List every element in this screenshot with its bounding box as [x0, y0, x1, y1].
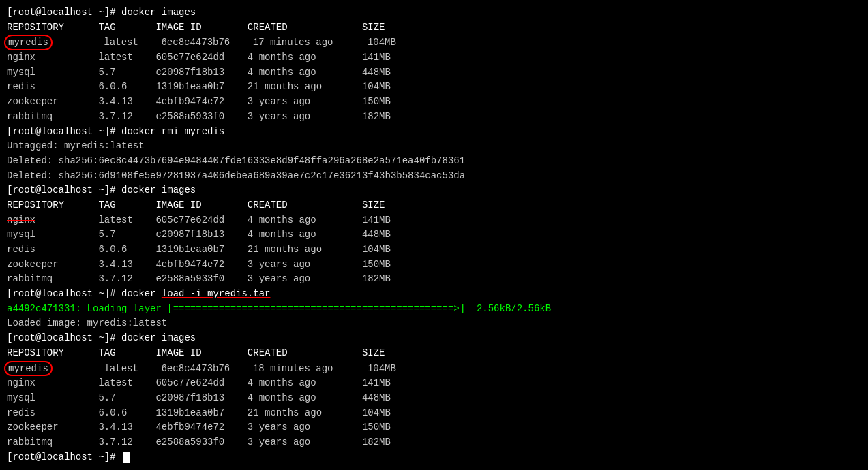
strikethrough-repo: nginx	[7, 213, 35, 228]
terminal-line: a4492c471331: Loading layer [===========…	[7, 302, 861, 317]
terminal-line: redis 6.0.6 1319b1eaa0b7 21 months ago 1…	[7, 406, 861, 421]
terminal-line: redis 6.0.6 1319b1eaa0b7 21 months ago 1…	[7, 242, 861, 257]
terminal-line: mysql 5.7 c20987f18b13 4 months ago 448M…	[7, 228, 861, 242]
terminal-line: rabbitmq 3.7.12 e2588a5933f0 3 years ago…	[7, 272, 861, 287]
terminal-line: zookeeper 3.4.13 4ebfb9474e72 3 years ag…	[7, 95, 861, 110]
terminal-line: Loaded image: myredis:latest	[7, 316, 861, 331]
terminal-line: REPOSITORY TAG IMAGE ID CREATED SIZE	[7, 20, 861, 35]
terminal-line: nginx latest 605c77e624dd 4 months ago 1…	[7, 50, 861, 65]
terminal-line: [root@localhost ~]# docker rmi myredis	[7, 125, 861, 140]
terminal-line: Deleted: sha256:6d9108fe5e97281937a406de…	[7, 169, 861, 184]
highlighted-repo: myredis	[4, 35, 53, 50]
terminal-line: rabbitmq 3.7.12 e2588a5933f0 3 years ago…	[7, 435, 861, 450]
terminal-line: zookeeper 3.4.13 4ebfb9474e72 3 years ag…	[7, 420, 861, 435]
terminal-line: Deleted: sha256:6ec8c4473b7694e9484407fd…	[7, 154, 861, 169]
terminal-line: REPOSITORY TAG IMAGE ID CREATED SIZE	[7, 198, 861, 213]
terminal-line: zookeeper 3.4.13 4ebfb9474e72 3 years ag…	[7, 257, 861, 272]
terminal-line: myredis latest 6ec8c4473b76 18 minutes a…	[7, 361, 861, 377]
terminal-line: rabbitmq 3.7.12 e2588a5933f0 3 years ago…	[7, 110, 861, 125]
terminal-line: [root@localhost ~]# docker images	[7, 5, 861, 20]
highlighted-repo: myredis	[4, 361, 53, 376]
terminal-line: [root@localhost ~]# docker load -i myred…	[7, 287, 861, 302]
progress-bar: a4492c471331: Loading layer [===========…	[7, 303, 551, 314]
terminal-line: mysql 5.7 c20987f18b13 4 months ago 448M…	[7, 391, 861, 406]
terminal-line: nginx latest 605c77e624dd 4 months ago 1…	[7, 376, 861, 391]
terminal-line: [root@localhost ~]# docker images	[7, 183, 861, 198]
terminal: [root@localhost ~]# docker imagesREPOSIT…	[7, 5, 861, 465]
terminal-line: redis 6.0.6 1319b1eaa0b7 21 months ago 1…	[7, 80, 861, 95]
terminal-line: Untagged: myredis:latest	[7, 139, 861, 154]
terminal-line: nginx latest 605c77e624dd 4 months ago 1…	[7, 213, 861, 228]
terminal-line: [root@localhost ~]# docker images	[7, 331, 861, 346]
underlined-command: load -i myredis.tar	[162, 288, 271, 299]
terminal-line: [root@localhost ~]#	[7, 450, 861, 465]
terminal-line: REPOSITORY TAG IMAGE ID CREATED SIZE	[7, 346, 861, 361]
terminal-cursor	[123, 452, 130, 463]
terminal-line: mysql 5.7 c20987f18b13 4 months ago 448M…	[7, 65, 861, 80]
terminal-line: myredis latest 6ec8c4473b76 17 minutes a…	[7, 35, 861, 50]
